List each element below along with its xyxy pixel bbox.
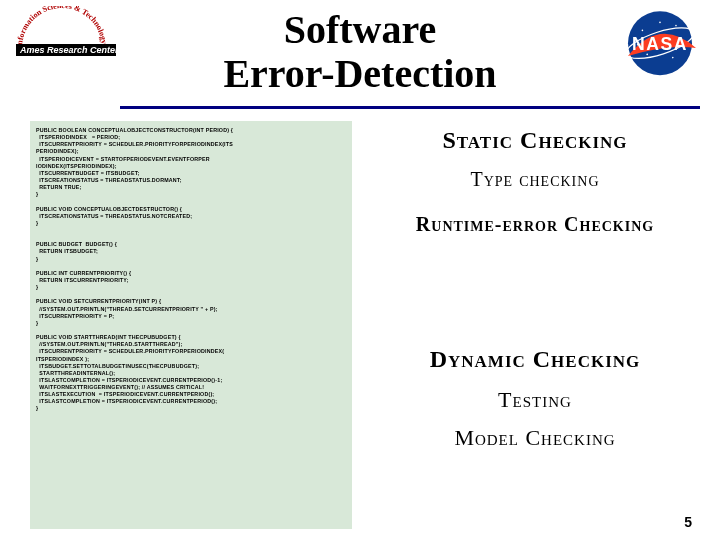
ames-arc-icon: Information Sciences & Technology Ames R… bbox=[10, 6, 120, 56]
svg-point-5 bbox=[675, 25, 677, 27]
dynamic-checking-heading: Dynamic Checking bbox=[370, 346, 700, 373]
slide-body: public boolean ConceptualObjectConstruct… bbox=[0, 115, 720, 539]
checking-list: Static Checking Type checking Runtime-er… bbox=[370, 121, 700, 529]
code-sample: public boolean ConceptualObjectConstruct… bbox=[30, 121, 352, 529]
svg-point-4 bbox=[642, 30, 644, 32]
svg-point-9 bbox=[637, 44, 639, 46]
model-checking-item: Model Checking bbox=[370, 425, 700, 451]
runtime-error-checking-item: Runtime-error Checking bbox=[370, 213, 700, 236]
nasa-text: NASA bbox=[632, 34, 688, 54]
slide-header: Information Sciences & Technology Ames R… bbox=[0, 0, 720, 100]
ames-label: Ames Research Center bbox=[19, 45, 119, 55]
static-checking-heading: Static Checking bbox=[370, 127, 700, 154]
header-divider bbox=[120, 106, 700, 109]
ames-arc-text: Information Sciences & Technology bbox=[15, 6, 109, 48]
page-number: 5 bbox=[684, 514, 692, 530]
svg-text:Information Sciences & Technol: Information Sciences & Technology bbox=[15, 6, 109, 48]
title-line-2: Error-Detection bbox=[223, 51, 496, 96]
testing-item: Testing bbox=[370, 387, 700, 413]
title-line-1: Software bbox=[284, 7, 437, 52]
slide-title: Software Error-Detection bbox=[20, 8, 700, 96]
type-checking-item: Type checking bbox=[370, 168, 700, 191]
nasa-meatball-icon: NASA bbox=[620, 8, 700, 78]
spacer bbox=[370, 236, 700, 346]
ames-logo: Information Sciences & Technology Ames R… bbox=[10, 6, 120, 60]
svg-point-8 bbox=[659, 22, 661, 24]
svg-point-6 bbox=[646, 54, 648, 56]
nasa-logo: NASA bbox=[620, 8, 700, 78]
svg-point-7 bbox=[672, 57, 674, 59]
